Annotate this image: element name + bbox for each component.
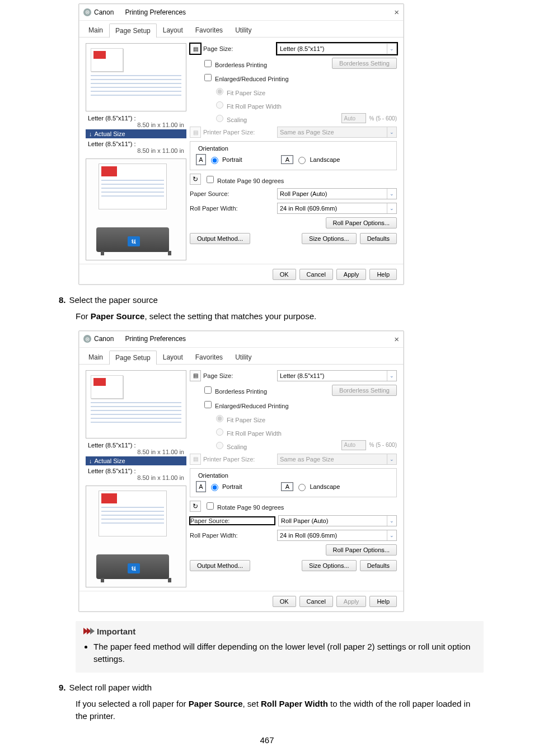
roll-paper-options-button[interactable]: Roll Paper Options... xyxy=(326,544,397,556)
paper-source-select[interactable]: Roll Paper (Auto)⌄ xyxy=(278,515,397,526)
rotate-90-checkbox[interactable]: Rotate Page 90 degrees xyxy=(204,501,284,511)
fit-roll-width-radio[interactable]: Fit Roll Paper Width xyxy=(213,427,282,437)
cancel-button[interactable]: Cancel xyxy=(299,269,333,280)
chevron-down-icon: ⌄ xyxy=(387,127,396,137)
actual-size-label: Actual Size xyxy=(95,458,125,464)
paper-source-select[interactable]: Roll Paper (Auto) ⌄ xyxy=(277,188,397,199)
preview-lower: ઘ xyxy=(86,158,186,260)
borderless-printing-checkbox[interactable]: Borderless Printing xyxy=(202,385,267,395)
borderless-setting-button[interactable]: Borderless Setting xyxy=(332,385,397,396)
scaling-spinner[interactable]: Auto xyxy=(341,113,366,123)
preview-label-2: Letter (8.5"x11") : xyxy=(88,141,184,147)
fit-paper-size-radio[interactable]: Fit Paper Size xyxy=(213,413,265,423)
defaults-button[interactable]: Defaults xyxy=(360,233,397,244)
important-bullet: The paper feed method will differ depend… xyxy=(93,641,476,665)
app-icon: ⊜ xyxy=(83,335,91,343)
actual-size-bar: ↓Actual Size xyxy=(86,129,186,138)
orientation-legend: Orientation xyxy=(196,472,231,479)
roll-paper-options-button[interactable]: Roll Paper Options... xyxy=(326,217,397,228)
printer-paper-select: Same as Page Size ⌄ xyxy=(277,127,397,138)
preview-label: Letter (8.5"x11") : xyxy=(88,115,184,122)
cancel-button[interactable]: Cancel xyxy=(299,596,333,607)
page-size-value: Letter (8.5"x11") xyxy=(280,372,324,379)
borderless-printing-checkbox[interactable]: Borderless Printing xyxy=(202,58,267,69)
help-button[interactable]: Help xyxy=(369,596,397,607)
size-options-button[interactable]: Size Options... xyxy=(302,233,357,244)
printer-paper-label: Printer Paper Size: xyxy=(203,129,255,136)
step-9-number: 9. xyxy=(59,683,66,692)
important-label: Important xyxy=(97,627,135,636)
output-method-button[interactable]: Output Method... xyxy=(190,233,250,244)
orientation-fieldset: Orientation APortrait ALandscape xyxy=(190,468,397,497)
tab-favorites[interactable]: Favorites xyxy=(189,23,229,37)
landscape-label: Landscape xyxy=(310,156,340,163)
fit-roll-width-radio[interactable]: Fit Roll Paper Width xyxy=(213,100,282,110)
scaling-radio[interactable]: Scaling xyxy=(213,440,247,450)
tab-favorites[interactable]: Favorites xyxy=(189,350,229,364)
orientation-legend: Orientation xyxy=(196,145,231,152)
output-method-button[interactable]: Output Method... xyxy=(190,560,250,571)
close-icon[interactable]: × xyxy=(394,334,399,344)
defaults-button[interactable]: Defaults xyxy=(360,560,397,571)
preview-dim-2: 8.50 in x 11.00 in xyxy=(88,474,184,481)
close-icon[interactable]: × xyxy=(394,7,399,17)
chevron-down-icon: ⌄ xyxy=(387,454,396,464)
fit-paper-size-radio[interactable]: Fit Paper Size xyxy=(213,86,265,96)
landscape-radio[interactable]: ALandscape xyxy=(281,482,340,491)
chevron-down-icon: ⌄ xyxy=(387,189,396,199)
roll-width-select[interactable]: 24 in Roll (609.6mm)⌄ xyxy=(277,530,397,541)
apply-button[interactable]: Apply xyxy=(336,269,367,280)
rotate-page-icon: ↻ xyxy=(190,174,201,185)
ok-button[interactable]: OK xyxy=(273,596,296,607)
page-setup-form: ▤ Page Size: Letter (8.5"x11") ⌄ Borderl… xyxy=(190,370,397,587)
step-9-heading: 9. Select roll paper width xyxy=(59,683,484,692)
portrait-radio[interactable]: A Portrait xyxy=(196,154,242,165)
tab-page-setup[interactable]: Page Setup xyxy=(109,351,157,365)
step-8-text: For Paper Source, select the setting tha… xyxy=(76,310,484,323)
tab-layout[interactable]: Layout xyxy=(157,350,189,364)
printer-screen-icon: ઘ xyxy=(128,563,140,573)
tab-main[interactable]: Main xyxy=(82,23,109,37)
size-options-button[interactable]: Size Options... xyxy=(302,560,357,571)
landscape-icon: A xyxy=(281,155,293,164)
tab-main[interactable]: Main xyxy=(82,350,109,364)
portrait-icon: A xyxy=(196,481,206,492)
dialog-title: Canon Printing Preferences xyxy=(94,8,394,16)
actual-size-bar: ↓Actual Size xyxy=(86,456,186,465)
dialog-subtitle: Printing Preferences xyxy=(125,8,186,16)
enlarged-reduced-checkbox[interactable]: Enlarged/Reduced Printing xyxy=(202,399,289,410)
roll-width-label: Roll Paper Width: xyxy=(190,532,274,539)
apply-button: Apply xyxy=(336,596,367,607)
help-button[interactable]: Help xyxy=(369,269,397,280)
page-number: 467 xyxy=(0,735,534,745)
scaling-units: % (5 - 600) xyxy=(369,442,397,448)
dialog-titlebar: ⊜ Canon Printing Preferences × xyxy=(79,331,404,348)
tab-layout[interactable]: Layout xyxy=(157,23,189,37)
scaling-spinner[interactable]: Auto xyxy=(341,440,366,450)
dialog-title: Canon Printing Preferences xyxy=(94,335,394,343)
scaling-radio[interactable]: Scaling xyxy=(213,113,247,123)
roll-width-select[interactable]: 24 in Roll (609.6mm) ⌄ xyxy=(277,203,397,214)
page-size-value: Letter (8.5"x11") xyxy=(280,45,324,52)
chevron-down-icon: ⌄ xyxy=(387,44,396,54)
portrait-radio[interactable]: APortrait xyxy=(196,481,242,492)
page-size-select[interactable]: Letter (8.5"x11") ⌄ xyxy=(277,43,397,54)
tab-page-setup[interactable]: Page Setup xyxy=(109,24,157,38)
page-size-select[interactable]: Letter (8.5"x11") ⌄ xyxy=(277,370,397,381)
rotate-90-checkbox[interactable]: Rotate Page 90 degrees xyxy=(204,174,284,185)
roll-width-label: Roll Paper Width: xyxy=(190,205,274,212)
borderless-setting-button[interactable]: Borderless Setting xyxy=(332,58,397,69)
tab-utility[interactable]: Utility xyxy=(229,23,257,37)
paper-source-label: Paper Source: xyxy=(190,190,274,197)
landscape-radio[interactable]: A Landscape xyxy=(281,155,340,164)
preview-dim-2: 8.50 in x 11.00 in xyxy=(88,147,184,154)
important-callout: Important The paper feed method will dif… xyxy=(76,621,484,673)
tab-utility[interactable]: Utility xyxy=(229,350,257,364)
dialog-footer: OK Cancel Apply Help xyxy=(79,264,404,284)
enlarged-reduced-checkbox[interactable]: Enlarged/Reduced Printing xyxy=(202,72,289,83)
ok-button[interactable]: OK xyxy=(273,269,296,280)
scaling-units: % (5 - 600) xyxy=(369,115,397,122)
important-icon xyxy=(83,628,93,634)
printing-preferences-dialog-2: ⊜ Canon Printing Preferences × Main Page… xyxy=(78,330,404,612)
app-icon: ⊜ xyxy=(83,8,91,16)
